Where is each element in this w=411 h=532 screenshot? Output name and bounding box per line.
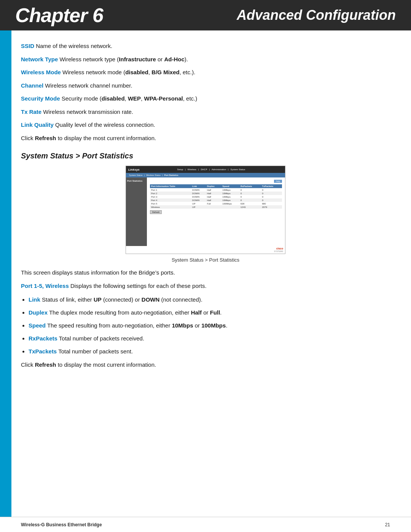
table-row: Port 1DOWNHalf10Mbps00 (150, 188, 282, 192)
ss-sub-sep1: | (144, 174, 144, 176)
bullet-list: Link Status of link, either UP (connecte… (29, 295, 390, 356)
refresh-note-top: Click Refresh to display the most curren… (21, 134, 390, 143)
bullet-keyword-rx: RxPackets (29, 335, 57, 342)
ss-sub-wireless-status: Wireless Status (146, 174, 161, 176)
term-channel: Channel Wireless network channel number. (21, 81, 390, 90)
term-keyword-channel: Channel (21, 82, 43, 89)
left-sidebar-accent (0, 30, 11, 517)
ss-sub-nav: System Status | Wireless Status | Port S… (126, 173, 285, 177)
bullet-speed: Speed The speed resulting from auto-nego… (29, 321, 390, 330)
ss-logo: Linksys (128, 168, 140, 171)
term-desc-channel: Wireless network channel number. (45, 82, 132, 89)
ss-nav-status: System Status (231, 168, 245, 171)
bullet-link: Link Status of link, either UP (connecte… (29, 295, 390, 304)
term-keyword-link-quality: Link Quality (21, 121, 54, 128)
section-heading-port-stats: System Status > Port Statistics (21, 152, 390, 160)
page-header: Chapter 6 Advanced Configuration (0, 0, 411, 30)
bullet-desc-rx: Total number of packets received. (59, 335, 144, 342)
bullet-desc-duplex: The duplex mode resulting from auto-nego… (49, 309, 222, 316)
ss-sub-port-stats: Port Statistics (164, 174, 178, 176)
term-keyword-ssid: SSID (21, 43, 34, 49)
footer-page-number: 21 (385, 522, 390, 527)
chapter-title: Chapter 6 (15, 4, 103, 27)
ss-cisco-logo: ciscoSYSTEMS (126, 246, 285, 254)
ss-body: Port Statistics Help Port Information Ta… (126, 177, 285, 246)
table-row: Port 2DOWNHalf10Mbps00 (150, 192, 282, 195)
bullet-rxpackets: RxPackets Total number of packets receiv… (29, 334, 390, 343)
ss-left-panel: Port Statistics (126, 177, 147, 246)
table-row: Port 5UPFull100Mbps638680 (150, 202, 282, 205)
ss-header: Linksys Setup | Wireless | DHCP | Admini… (126, 166, 285, 173)
table-row: Port 4DOWNHalf10Mbps00 (150, 198, 282, 202)
term-keyword-port-wireless: Port 1-5, Wireless (21, 283, 69, 289)
bullet-duplex: Duplex The duplex mode resulting from au… (29, 308, 390, 317)
ss-nav-setup: Setup (177, 168, 183, 171)
term-desc-ssid: Name of the wireless network. (36, 43, 112, 49)
term-desc-wireless-mode: Wireless network mode (disabled, B/G Mix… (62, 69, 195, 75)
ss-sub-system-status: System Status (129, 174, 142, 176)
term-port-wireless: Port 1-5, Wireless Displays the followin… (21, 282, 390, 291)
ss-right-panel: Help Port Information Table Link Duplex … (147, 177, 285, 246)
screenshot-caption: System Status > Port Statistics (21, 257, 390, 263)
body-para-1: This screen displays status information … (21, 268, 390, 277)
table-row: Port 3DOWNHalf10Mbps00 (150, 195, 282, 198)
screenshot-port-stats: Linksys Setup | Wireless | DHCP | Admini… (126, 166, 285, 254)
term-ssid: SSID Name of the wireless network. (21, 42, 390, 51)
ss-nav-admin: Administration (212, 168, 226, 171)
ss-nav-dhcp: DHCP (201, 168, 207, 171)
ss-port-table: Port Information Table Link Duplex Speed… (150, 184, 282, 209)
term-desc-link-quality: Quality level of the wireless connection… (55, 121, 155, 128)
ss-col-duplex: Duplex (206, 184, 221, 188)
ss-help-row: Help (150, 180, 282, 183)
term-security-mode: Security Mode Security mode (disabled, W… (21, 94, 390, 103)
term-tx-rate: Tx Rate Wireless network transmission ra… (21, 108, 390, 117)
bullet-keyword-tx: TxPackets (29, 348, 57, 355)
ss-col-link: Link (191, 184, 206, 188)
term-keyword-wireless-mode: Wireless Mode (21, 69, 61, 75)
term-desc-security-mode: Security mode (disabled, WEP, WPA-Person… (62, 95, 198, 102)
bullet-txpackets: TxPackets Total number of packets sent. (29, 347, 390, 356)
term-link-quality: Link Quality Quality level of the wirele… (21, 121, 390, 129)
term-keyword-security-mode: Security Mode (21, 95, 60, 102)
footer-product: Wireless-G Business Ethernet Bridge (21, 522, 102, 527)
term-network-type: Network Type Wireless network type (Infr… (21, 55, 390, 64)
ss-left-label: Port Statistics (126, 177, 147, 184)
term-desc-tx-rate: Wireless network transmission rate. (43, 109, 133, 115)
refresh-text-bottom: Click Refresh to display the most curren… (21, 361, 156, 368)
ss-nav-sep3: | (228, 168, 229, 171)
ss-help-button[interactable]: Help (274, 180, 282, 183)
term-wireless-mode: Wireless Mode Wireless network mode (dis… (21, 68, 390, 77)
ss-refresh-btn[interactable]: Refresh (150, 210, 162, 214)
ss-col-port: Port Information Table (150, 184, 191, 188)
ss-col-tx: TxPackets (261, 184, 282, 188)
ss-nav-sep1: | (198, 168, 199, 171)
refresh-text-top: Click Refresh to display the most curren… (21, 135, 156, 141)
page-footer: Wireless-G Business Ethernet Bridge 21 (0, 517, 411, 532)
term-keyword-network-type: Network Type (21, 56, 58, 62)
term-desc-network-type: Wireless network type (Infrastructure or… (59, 56, 188, 62)
bullet-keyword-link: Link (29, 296, 40, 303)
bullet-desc-tx: Total number of packets sent. (58, 348, 133, 355)
term-keyword-tx-rate: Tx Rate (21, 109, 41, 115)
refresh-note-bottom: Click Refresh to display the most curren… (21, 361, 390, 369)
ss-sub-sep2: | (162, 174, 162, 176)
advanced-config-title: Advanced Configuration (237, 7, 396, 23)
term-desc-port-wireless: Displays the following settings for each… (70, 283, 207, 289)
bullet-keyword-duplex: Duplex (29, 309, 48, 316)
bullet-keyword-speed: Speed (29, 322, 46, 329)
ss-nav-wireless-label: Wireless (188, 168, 196, 171)
ss-col-speed: Speed (221, 184, 239, 188)
main-content: SSID Name of the wireless network. Netwo… (21, 30, 390, 396)
table-row: WirelessUP12432079 (150, 205, 282, 209)
bullet-desc-link: Status of link, either UP (connected) or… (42, 296, 202, 303)
bullet-desc-speed: The speed resulting from auto-negotiatio… (47, 322, 228, 329)
ss-nav-wireless: | (185, 168, 186, 171)
ss-nav-sep2: | (209, 168, 210, 171)
ss-col-rx: RxPackets (239, 184, 261, 188)
